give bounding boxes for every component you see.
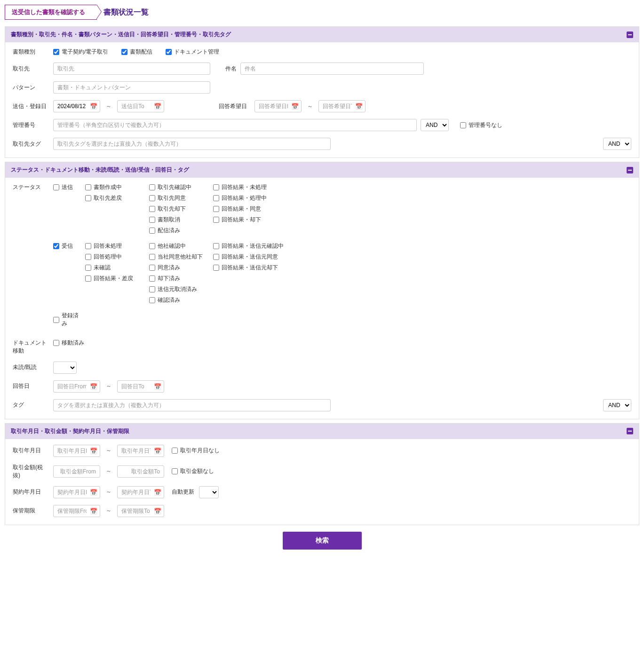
label-txn-date: 取引年月日 xyxy=(13,447,49,455)
chk-recv-c1-1[interactable] xyxy=(85,254,91,260)
chk-send-c2-2[interactable] xyxy=(149,206,155,212)
chk-electronic[interactable] xyxy=(53,49,59,55)
chk-send-c3-3[interactable] xyxy=(213,217,219,223)
chk-recv-c1-3[interactable] xyxy=(85,275,91,282)
lbl-docmgmt: ドキュメント管理 xyxy=(174,48,219,56)
input-replydate-from[interactable] xyxy=(53,380,100,393)
panel-date-amount: 取引年月日・取引金額・契約年月日・保管期限 取引年月日 📅 ～ 📅 取引年月日な… xyxy=(5,423,639,525)
panel-title-3: 取引年月日・取引金額・契約年月日・保管期限 xyxy=(11,427,129,435)
lbl-send-c1-0: 書類作成中 xyxy=(94,183,122,191)
chk-send-c2-3[interactable] xyxy=(149,217,155,223)
chk-no-txn-amount[interactable] xyxy=(172,468,178,474)
collapse-icon[interactable] xyxy=(627,31,633,38)
lbl-send-c2-0: 取引先確認中 xyxy=(158,183,191,191)
input-tag[interactable] xyxy=(53,399,331,411)
label-read-status: 未読/既読 xyxy=(13,363,49,371)
chk-send-c1-0[interactable] xyxy=(85,184,91,190)
input-ret-to[interactable] xyxy=(117,505,164,517)
lbl-recv: 受信 xyxy=(62,242,73,250)
sel-tag-logic[interactable]: AND xyxy=(603,138,631,150)
panel-doc-filter: 書類種別・取引先・件名・書類パターン・送信日・回答希望日・管理番号・取引先タグ … xyxy=(5,26,639,158)
search-button[interactable]: 検索 xyxy=(283,532,362,550)
input-replydate-to[interactable] xyxy=(117,380,164,393)
chk-recv-c2-5[interactable] xyxy=(149,297,155,303)
chk-recv-c3-2[interactable] xyxy=(213,265,219,271)
lbl-send-c2-4: 配信済み xyxy=(158,227,180,235)
chk-send-c3-0[interactable] xyxy=(213,184,219,190)
lbl-send-c2-2: 取引先却下 xyxy=(158,205,186,213)
chk-no-mgmt[interactable] xyxy=(460,122,466,128)
input-send-to[interactable] xyxy=(117,100,164,112)
lbl-recv-c1-0: 回答未処理 xyxy=(94,242,122,250)
chk-send-c3-1[interactable] xyxy=(213,195,219,201)
lbl-electronic: 電子契約/電子取引 xyxy=(62,48,108,56)
label-partner-tag: 取引先タグ xyxy=(13,140,49,148)
lbl-no-txn-date: 取引年月日なし xyxy=(180,447,220,455)
input-con-from[interactable] xyxy=(53,486,100,498)
input-reply-from[interactable] xyxy=(254,100,302,112)
sep: ～ xyxy=(104,507,113,515)
chk-send-c3-2[interactable] xyxy=(213,206,219,212)
input-reply-to[interactable] xyxy=(318,100,366,112)
label-retention: 保管期限 xyxy=(13,507,49,515)
chk-recv-c3-1[interactable] xyxy=(213,254,219,260)
breadcrumb-button[interactable]: 送受信した書類を確認する xyxy=(5,5,97,20)
chk-recv-c2-4[interactable] xyxy=(149,286,155,292)
chk-send[interactable] xyxy=(53,184,59,190)
input-txn-to[interactable] xyxy=(117,445,164,457)
chk-recv-c2-1[interactable] xyxy=(149,254,155,260)
sel-tag-logic-2[interactable]: AND xyxy=(603,399,631,411)
chk-recv-c2-0[interactable] xyxy=(149,243,155,249)
label-pattern: パターン xyxy=(13,84,49,92)
input-pattern[interactable] xyxy=(53,81,210,94)
lbl-recv-c2-1: 当社同意他社却下 xyxy=(158,253,203,261)
input-partner[interactable] xyxy=(53,63,210,75)
input-amt-from[interactable] xyxy=(53,465,100,478)
collapse-icon[interactable] xyxy=(627,428,633,434)
chk-send-c2-1[interactable] xyxy=(149,195,155,201)
lbl-distribute: 書類配信 xyxy=(130,48,152,56)
status-recv-block: 受信 回答未処理回答処理中未確認回答結果・差戻 他社確認中当社同意他社却下同意済… xyxy=(53,242,288,304)
sel-read-status[interactable] xyxy=(53,362,77,374)
sel-mgmt-logic[interactable]: AND xyxy=(421,119,449,131)
input-amt-to[interactable] xyxy=(117,465,164,478)
chk-send-c2-0[interactable] xyxy=(149,184,155,190)
lbl-recv-c3-0: 回答結果・送信元確認中 xyxy=(222,242,284,250)
lbl-no-txn-amount: 取引金額なし xyxy=(180,467,214,475)
panel-title-2: ステータス・ドキュメント移動・未読/既読・送信/受信・回答日・タグ xyxy=(11,166,189,174)
chk-no-txn-date[interactable] xyxy=(172,448,178,454)
input-subject[interactable] xyxy=(240,63,424,75)
lbl-recv-c1-2: 未確認 xyxy=(94,264,111,272)
lbl-send-c3-3: 回答結果・却下 xyxy=(222,216,261,224)
lbl-send-c3-1: 回答結果・処理中 xyxy=(222,194,267,202)
lbl-send-c2-3: 書類取消 xyxy=(158,216,180,224)
lbl-send-c3-0: 回答結果・未処理 xyxy=(222,183,267,191)
collapse-icon[interactable] xyxy=(627,167,633,173)
sel-auto-renew[interactable] xyxy=(199,486,219,498)
chk-recv-c1-2[interactable] xyxy=(85,265,91,271)
input-txn-from[interactable] xyxy=(53,445,100,457)
chk-send-c2-4[interactable] xyxy=(149,228,155,234)
chk-recv-c3-0[interactable] xyxy=(213,243,219,249)
input-mgmt-no[interactable] xyxy=(53,119,417,131)
panel-header-1: 書類種別・取引先・件名・書類パターン・送信日・回答希望日・管理番号・取引先タグ xyxy=(5,27,639,42)
lbl-recv-c3-2: 回答結果・送信元却下 xyxy=(222,264,278,272)
lbl-recv-c2-5: 確認済み xyxy=(158,296,180,304)
chk-recv-c2-3[interactable] xyxy=(149,275,155,282)
input-send-from[interactable] xyxy=(53,100,100,112)
lbl-recv-c2-0: 他社確認中 xyxy=(158,242,186,250)
input-partner-tag[interactable] xyxy=(53,138,331,150)
chk-send-c1-1[interactable] xyxy=(85,195,91,201)
label-partner: 取引先 xyxy=(13,65,49,73)
input-con-to[interactable] xyxy=(117,486,164,498)
chk-recv-c1-0[interactable] xyxy=(85,243,91,249)
label-txn-amount: 取引金額(税抜) xyxy=(13,464,49,480)
chk-moved[interactable] xyxy=(53,340,59,346)
input-ret-from[interactable] xyxy=(53,505,100,517)
chk-distribute[interactable] xyxy=(121,49,127,55)
chk-registered[interactable] xyxy=(53,317,59,323)
lbl-recv-c1-3: 回答結果・差戻 xyxy=(94,275,133,283)
chk-recv[interactable] xyxy=(53,243,59,249)
chk-recv-c2-2[interactable] xyxy=(149,265,155,271)
chk-docmgmt[interactable] xyxy=(166,49,172,55)
